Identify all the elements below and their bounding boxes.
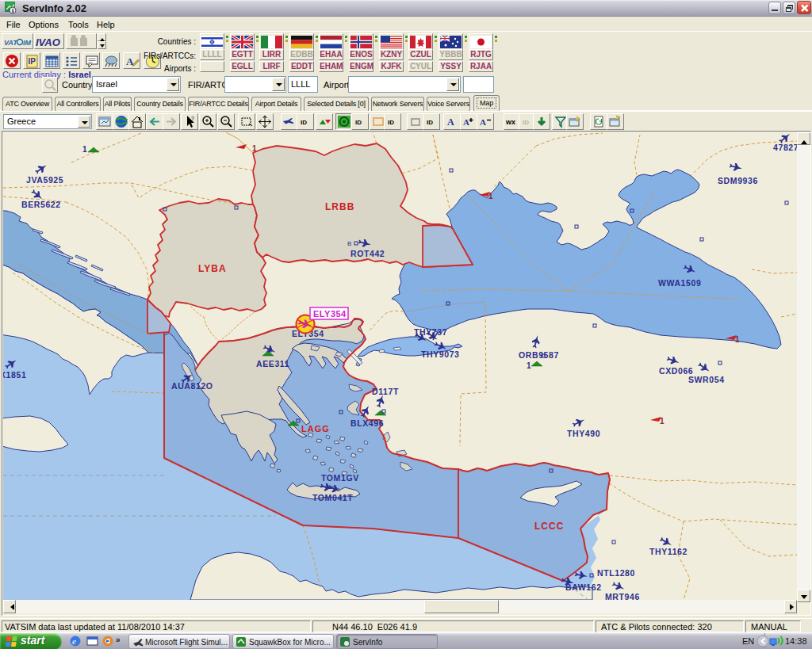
svg-text:?: ?: [191, 116, 194, 121]
svg-text:BAW162: BAW162: [565, 582, 602, 592]
svg-text:B: B: [347, 240, 351, 247]
svg-text:THY9073: THY9073: [421, 349, 460, 359]
svg-text:TOM1GV: TOM1GV: [321, 473, 359, 483]
svg-text:BER5622: BER5622: [21, 200, 61, 209]
svg-text:ID: ID: [355, 119, 362, 126]
svg-text:1: 1: [660, 417, 665, 426]
svg-text:ELY354: ELY354: [313, 309, 347, 319]
svg-text:NTL1280: NTL1280: [597, 568, 635, 578]
svg-text:AUA812O: AUA812O: [171, 381, 213, 391]
svg-text:JVA5925: JVA5925: [26, 175, 63, 185]
svg-text:ROT442: ROT442: [350, 249, 385, 258]
svg-text:ID: ID: [523, 119, 529, 126]
svg-text:1: 1: [252, 144, 257, 153]
svg-text:wx: wx: [505, 118, 515, 126]
svg-text:e: e: [72, 636, 76, 646]
svg-text:SWR054: SWR054: [688, 375, 725, 384]
svg-text:ID: ID: [301, 119, 307, 126]
svg-text:LRBB: LRBB: [325, 201, 354, 212]
svg-text:X1851: X1851: [3, 370, 26, 380]
svg-text:1: 1: [488, 192, 493, 200]
svg-text:A: A: [463, 117, 469, 127]
svg-text:A: A: [447, 116, 454, 128]
svg-text:THY737: THY737: [414, 327, 447, 337]
svg-text:1: 1: [735, 335, 740, 344]
svg-text:ID: ID: [427, 119, 433, 126]
svg-text:LYBA: LYBA: [198, 263, 227, 274]
svg-text:WWA1509: WWA1509: [658, 278, 701, 288]
svg-text:A: A: [480, 117, 486, 127]
svg-text:D117T: D117T: [372, 387, 399, 396]
svg-text:ORB9587: ORB9587: [519, 350, 559, 360]
svg-text:47827: 47827: [773, 143, 797, 152]
svg-text:THY490: THY490: [567, 429, 600, 438]
svg-text:AEE311: AEE311: [256, 359, 289, 368]
svg-text:BLX496: BLX496: [350, 418, 384, 428]
svg-text:SDM9936: SDM9936: [718, 176, 758, 185]
svg-text:ID: ID: [388, 119, 394, 126]
svg-text:1: 1: [82, 145, 87, 154]
svg-text:THY1162: THY1162: [649, 547, 688, 556]
svg-text:TOM041T: TOM041T: [312, 493, 353, 502]
svg-text:MRT946: MRT946: [605, 592, 640, 600]
svg-text:LCCC: LCCC: [534, 521, 564, 532]
svg-text:LAGG: LAGG: [301, 424, 330, 433]
svg-text:1: 1: [527, 361, 531, 370]
